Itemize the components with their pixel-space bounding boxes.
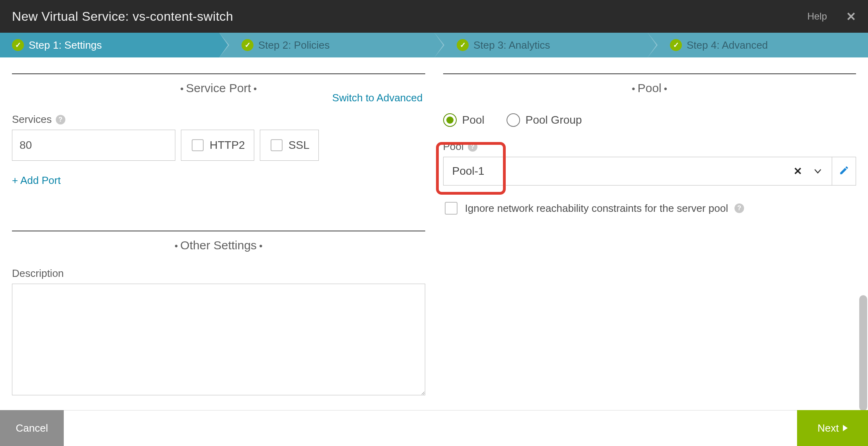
switch-to-advanced-link[interactable]: Switch to Advanced: [332, 92, 423, 104]
http2-checkbox[interactable]: HTTP2: [181, 130, 254, 161]
radio-pool[interactable]: Pool: [443, 113, 485, 127]
pool-type-radio-group: Pool Pool Group: [443, 113, 856, 127]
pool-dropdown-value: Pool-1: [452, 165, 485, 178]
ignore-reachability-checkbox[interactable]: [445, 202, 458, 215]
wizard-step-label: Step 3: Analytics: [473, 39, 550, 51]
edit-pool-button[interactable]: [832, 157, 856, 186]
radio-label: Pool Group: [526, 114, 582, 126]
clear-icon[interactable]: ✕: [793, 165, 802, 178]
wizard-step-advanced[interactable]: ✓ Step 4: Advanced: [648, 33, 868, 57]
title-bar: New Virtual Service: vs-content-switch H…: [0, 0, 868, 33]
wizard-step-settings[interactable]: ✓ Step 1: Settings: [0, 33, 219, 57]
check-icon: ✓: [670, 39, 682, 51]
description-label: Description: [12, 267, 425, 280]
ignore-reachability-row: Ignore network reachability constraints …: [443, 201, 856, 216]
chevron-down-icon[interactable]: [813, 166, 823, 176]
wizard-step-label: Step 2: Policies: [258, 39, 330, 51]
pool-dropdown-row: Pool-1 ✕: [443, 157, 856, 186]
radio-pool-group[interactable]: Pool Group: [507, 113, 582, 127]
next-button[interactable]: Next: [797, 410, 868, 446]
panel-title-text: Service Port: [186, 81, 251, 95]
check-icon: ✓: [12, 39, 24, 51]
port-input[interactable]: [12, 130, 175, 161]
port-row: HTTP2 SSL: [12, 130, 425, 161]
check-icon: ✓: [457, 39, 469, 51]
panel-title-pool: •Pool•: [443, 73, 856, 95]
radio-label: Pool: [462, 114, 485, 126]
button-label: Next: [817, 422, 839, 434]
description-textarea[interactable]: [12, 284, 425, 395]
page-title: New Virtual Service: vs-content-switch: [12, 9, 233, 24]
left-column: •Service Port• Switch to Advanced Servic…: [12, 73, 425, 397]
right-column: •Pool• Pool Pool Group Pool ? Pool-1 ✕: [443, 73, 856, 397]
main-content: •Service Port• Switch to Advanced Servic…: [0, 57, 868, 397]
wizard-steps: ✓ Step 1: Settings ✓ Step 2: Policies ✓ …: [0, 33, 868, 57]
footer-bar: Cancel Next: [0, 410, 868, 446]
wizard-step-label: Step 4: Advanced: [687, 39, 768, 51]
checkbox-label: HTTP2: [210, 139, 245, 152]
help-icon[interactable]: ?: [468, 142, 477, 152]
panel-title-other-settings: •Other Settings•: [12, 231, 425, 252]
footer-spacer: [64, 410, 797, 446]
pool-field-label: Pool ?: [443, 140, 856, 153]
help-icon[interactable]: ?: [56, 115, 65, 124]
wizard-step-policies[interactable]: ✓ Step 2: Policies: [219, 33, 434, 57]
add-port-link[interactable]: + Add Port: [12, 174, 425, 187]
pencil-icon: [839, 165, 849, 177]
pool-dropdown[interactable]: Pool-1 ✕: [443, 157, 833, 186]
checkbox-label: Ignore network reachability constraints …: [465, 202, 728, 215]
check-icon: ✓: [242, 39, 253, 51]
panel-title-text: Pool: [638, 81, 662, 95]
wizard-step-analytics[interactable]: ✓ Step 3: Analytics: [434, 33, 648, 57]
cancel-button[interactable]: Cancel: [0, 410, 64, 446]
http2-checkbox-input[interactable]: [192, 139, 204, 151]
help-link[interactable]: Help: [807, 11, 827, 22]
checkbox-label: SSL: [289, 139, 310, 152]
close-icon[interactable]: ✕: [846, 10, 856, 24]
services-label: Services ?: [12, 113, 425, 126]
label-text: Pool: [443, 140, 464, 153]
ssl-checkbox-input[interactable]: [271, 139, 283, 151]
caret-right-icon: [843, 425, 848, 431]
panel-title-text: Other Settings: [180, 239, 257, 252]
wizard-step-label: Step 1: Settings: [29, 39, 102, 51]
ssl-checkbox[interactable]: SSL: [260, 130, 319, 161]
label-text: Services: [12, 113, 52, 126]
help-icon[interactable]: ?: [734, 203, 744, 213]
vertical-scrollbar[interactable]: [859, 295, 867, 411]
